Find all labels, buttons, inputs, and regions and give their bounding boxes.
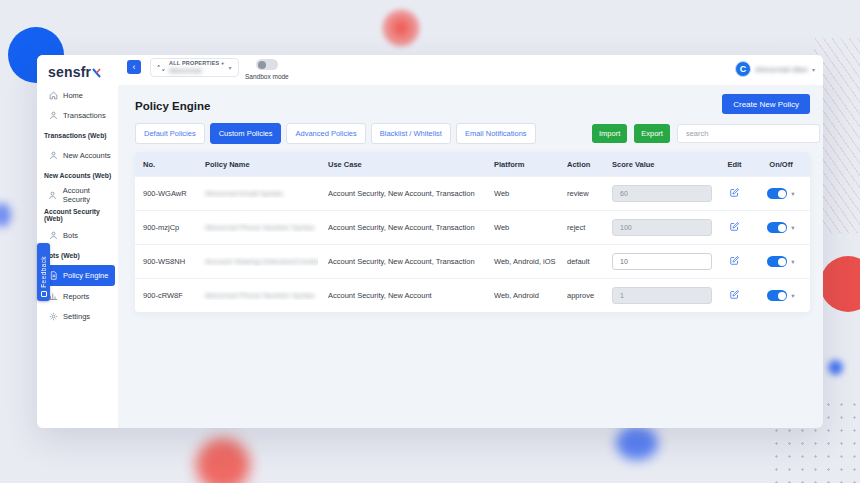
sidebar-item-policy-engine[interactable]: Policy Engine [39, 265, 115, 286]
column-header-action: Action [557, 160, 602, 169]
policy-use-case: Account Security, New Account, Transacti… [318, 257, 484, 266]
policy-onoff-cell: ▾ [752, 290, 810, 301]
policy-toggle[interactable] [767, 256, 787, 267]
policy-score-cell [602, 185, 717, 202]
brand-logo: sensfr [37, 55, 118, 80]
export-button[interactable]: Export [634, 124, 670, 143]
policy-use-case: Account Security, New Account, Transacti… [318, 223, 484, 232]
sidebar-item-transactions-web[interactable]: Transactions (Web) [37, 125, 118, 145]
back-button[interactable]: ‹ [127, 60, 141, 74]
account-menu[interactable]: C Abnormal dtan ▾ [735, 61, 815, 77]
user-icon [48, 150, 58, 160]
sidebar-item-account-security[interactable]: Account Security [37, 185, 118, 205]
sidebar-item-transactions[interactable]: Transactions [37, 105, 118, 125]
sidebar-item-label: Transactions [63, 111, 106, 120]
edit-policy-button[interactable] [730, 256, 739, 265]
user-icon [48, 110, 58, 120]
table-row: 900-mzjCpAbnormal Phone Number SyntaxAcc… [135, 210, 810, 244]
table-row: 900-WS8NHAccount Sharing Detection/Crede… [135, 244, 810, 278]
column-header-policy-name: Policy Name [195, 160, 318, 169]
tab-default-policies[interactable]: Default Policies [135, 123, 205, 144]
user-icon [48, 230, 58, 240]
sidebar-item-new-accounts-web[interactable]: New Accounts (Web) [37, 165, 118, 185]
tab-advanced-policies[interactable]: Advanced Policies [286, 123, 365, 144]
policy-onoff-cell: ▾ [752, 222, 810, 233]
decor-blue-blob-bottom [616, 426, 658, 460]
column-header-no: No. [135, 160, 195, 169]
toggle-knob [778, 258, 786, 266]
policy-toggle[interactable] [767, 188, 787, 199]
policy-action: reject [557, 223, 602, 232]
policy-action: default [557, 257, 602, 266]
app-screen: sensfr HomeTransactionsTransactions (Web… [0, 0, 860, 483]
gear-icon [48, 311, 58, 321]
property-selector[interactable]: ALL PROPERTIES + Abnormal ▾ [150, 58, 239, 77]
sidebar-item-new-accounts[interactable]: New Accounts [37, 145, 118, 165]
tab-email-notifications[interactable]: Email Notifications [456, 123, 536, 144]
policy-name: Account Sharing Detection/Credential [195, 257, 318, 266]
sidebar-item-label: New Accounts [63, 151, 111, 160]
policy-no: 900-WS8NH [135, 257, 195, 266]
policy-toggle[interactable] [767, 290, 787, 301]
swap-arrows-icon [157, 64, 165, 72]
decor-red-blob-top [381, 8, 421, 48]
sidebar-item-label: Settings [63, 312, 90, 321]
toggle-knob [778, 292, 786, 300]
column-header-score-value: Score Value [602, 160, 717, 169]
policy-tabs: Default PoliciesCustom PoliciesAdvanced … [135, 123, 536, 144]
decor-blue-dot [828, 360, 843, 375]
score-value-input[interactable] [612, 253, 712, 270]
table-header-row: No.Policy NameUse CasePlatformActionScor… [135, 152, 810, 176]
column-header-edit: Edit [717, 160, 752, 169]
sidebar-item-home[interactable]: Home [37, 85, 118, 105]
user-icon [48, 190, 58, 200]
policy-name: Abnormal Phone Number Syntax [195, 291, 318, 300]
chevron-down-icon[interactable]: ▾ [791, 224, 794, 232]
sidebar-item-settings[interactable]: Settings [37, 306, 118, 326]
policy-edit-cell [717, 290, 752, 301]
chevron-down-icon: ▾ [229, 64, 232, 71]
app-window: sensfr HomeTransactionsTransactions (Web… [37, 55, 823, 428]
import-button[interactable]: Import [592, 124, 627, 143]
policy-no: 900-WGAwR [135, 189, 195, 198]
feedback-tab[interactable]: Feedback [37, 243, 50, 301]
edit-policy-button[interactable] [730, 222, 739, 231]
toggle-knob [778, 224, 786, 232]
sandbox-toggle[interactable] [256, 59, 278, 70]
policy-edit-cell [717, 256, 752, 267]
create-new-policy-button[interactable]: Create New Policy [722, 94, 810, 114]
policy-platform: Web, Android [484, 291, 557, 300]
policy-score-cell [602, 253, 717, 270]
score-value-input [612, 219, 712, 236]
policy-no: 900-cRW8F [135, 291, 195, 300]
chevron-down-icon[interactable]: ▾ [791, 190, 794, 198]
column-header-use-case: Use Case [318, 160, 484, 169]
logo-x-icon [92, 66, 101, 77]
search-input[interactable] [677, 124, 820, 143]
decor-red-circle-right [820, 256, 860, 312]
feedback-icon [41, 291, 47, 297]
chevron-down-icon[interactable]: ▾ [791, 258, 794, 266]
tab-blacklist-whitelist[interactable]: Blacklist / Whitelist [371, 123, 451, 144]
policy-use-case: Account Security, New Account [318, 291, 484, 300]
sidebar-item-account-security-web[interactable]: Account Security (Web) [37, 205, 118, 225]
chevron-down-icon[interactable]: ▾ [791, 292, 794, 300]
policy-score-cell [602, 287, 717, 304]
column-header-platform: Platform [484, 160, 557, 169]
sidebar-item-bots[interactable]: Bots [37, 225, 118, 245]
edit-policy-button[interactable] [730, 290, 739, 299]
property-selector-value: Abnormal [169, 67, 225, 76]
sandbox-mode-label: Sandbox mode [245, 73, 289, 80]
sandbox-mode-control: Sandbox mode [245, 59, 289, 80]
decor-pink-blob-bottom [196, 438, 250, 483]
decor-blue-blob-left [0, 203, 11, 227]
score-value-input [612, 185, 712, 202]
topbar: ‹ ALL PROPERTIES + Abnormal ▾ Sandbox mo… [118, 55, 823, 85]
policy-toggle[interactable] [767, 222, 787, 233]
table-row: 900-cRW8FAbnormal Phone Number SyntaxAcc… [135, 278, 810, 312]
policy-table: No.Policy NameUse CasePlatformActionScor… [135, 152, 810, 312]
policy-platform: Web [484, 223, 557, 232]
chevron-down-icon: ▾ [812, 66, 815, 73]
tab-custom-policies[interactable]: Custom Policies [210, 123, 282, 144]
edit-policy-button[interactable] [730, 188, 739, 197]
